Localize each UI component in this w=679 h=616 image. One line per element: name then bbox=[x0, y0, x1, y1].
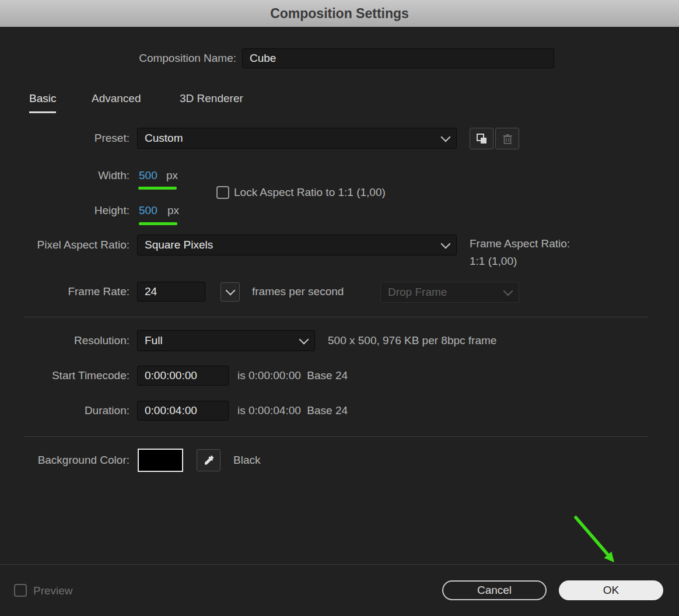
drop-frame-value: Drop Frame bbox=[388, 286, 447, 299]
divider bbox=[24, 317, 648, 317]
drop-frame-dropdown: Drop Frame bbox=[380, 282, 519, 303]
width-label: Width: bbox=[0, 169, 130, 183]
tab-advanced[interactable]: Advanced bbox=[92, 92, 141, 111]
annotation-underline-height bbox=[139, 222, 177, 225]
chevron-down-icon bbox=[441, 132, 451, 142]
dialog-titlebar: Composition Settings bbox=[0, 0, 679, 27]
duration-value: 0:00:04:00 bbox=[145, 404, 197, 417]
width-unit: px bbox=[166, 169, 178, 183]
pixel-aspect-ratio-value: Square Pixels bbox=[145, 239, 213, 251]
duration-info: is 0:00:04:00 Base 24 bbox=[237, 404, 348, 418]
pixel-aspect-ratio-dropdown[interactable]: Square Pixels bbox=[137, 235, 457, 256]
preview-label: Preview bbox=[33, 584, 73, 598]
frame-aspect-ratio-value: 1:1 (1,00) bbox=[470, 254, 517, 268]
frame-rate-label: Frame Rate: bbox=[0, 285, 130, 299]
background-color-swatch[interactable] bbox=[138, 449, 183, 472]
frame-aspect-ratio-label: Frame Aspect Ratio: bbox=[470, 237, 570, 251]
duration-label: Duration: bbox=[0, 404, 130, 418]
preset-label: Preset: bbox=[0, 131, 130, 145]
resolution-dropdown[interactable]: Full bbox=[137, 330, 315, 351]
pixel-aspect-ratio-label: Pixel Aspect Ratio: bbox=[0, 238, 130, 252]
trash-icon bbox=[502, 133, 513, 145]
tab-basic[interactable]: Basic bbox=[29, 92, 56, 113]
background-color-name: Black bbox=[233, 453, 260, 467]
preset-dropdown[interactable]: Custom bbox=[137, 128, 457, 149]
cancel-button[interactable]: Cancel bbox=[442, 580, 547, 600]
frame-rate-input[interactable]: 24 bbox=[137, 282, 205, 302]
footer-divider bbox=[0, 564, 679, 565]
composition-settings-dialog: Composition Settings Composition Name: C… bbox=[0, 0, 679, 616]
chevron-down-icon bbox=[441, 239, 451, 249]
resolution-info: 500 x 500, 976 KB per 8bpc frame bbox=[328, 334, 496, 348]
frame-rate-unit: frames per second bbox=[252, 285, 344, 299]
lock-aspect-checkbox[interactable] bbox=[216, 186, 229, 199]
annotation-underline-width bbox=[138, 187, 177, 190]
save-preset-icon bbox=[476, 133, 488, 145]
annotation-arrow bbox=[554, 499, 636, 572]
tab-3d-renderer[interactable]: 3D Renderer bbox=[180, 92, 243, 111]
eyedropper-icon bbox=[203, 454, 215, 466]
width-value[interactable]: 500 bbox=[139, 169, 158, 183]
delete-preset-button bbox=[495, 128, 519, 149]
height-value[interactable]: 500 bbox=[139, 204, 158, 218]
start-timecode-input[interactable]: 0:00:00:00 bbox=[137, 366, 229, 386]
composition-name-value: Cube bbox=[250, 52, 276, 65]
height-unit: px bbox=[167, 204, 179, 218]
chevron-down-icon bbox=[299, 334, 309, 344]
resolution-value: Full bbox=[145, 334, 163, 347]
lock-aspect-label: Lock Aspect Ratio to 1:1 (1,00) bbox=[234, 186, 386, 200]
composition-name-label: Composition Name: bbox=[0, 51, 236, 65]
chevron-down-icon bbox=[225, 286, 235, 296]
start-timecode-label: Start Timecode: bbox=[0, 369, 130, 383]
chevron-down-icon bbox=[503, 286, 513, 296]
resolution-label: Resolution: bbox=[0, 334, 130, 348]
eyedropper-button[interactable] bbox=[197, 449, 220, 471]
background-color-label: Background Color: bbox=[0, 453, 130, 467]
ok-button[interactable]: OK bbox=[559, 580, 663, 600]
preview-checkbox[interactable] bbox=[14, 584, 27, 597]
preset-value: Custom bbox=[145, 132, 183, 145]
frame-rate-preset-button[interactable] bbox=[220, 282, 240, 302]
start-timecode-value: 0:00:00:00 bbox=[145, 369, 197, 382]
height-label: Height: bbox=[0, 204, 130, 218]
duration-input[interactable]: 0:00:04:00 bbox=[137, 401, 229, 421]
composition-name-input[interactable]: Cube bbox=[242, 48, 554, 68]
frame-rate-value: 24 bbox=[145, 285, 157, 298]
dialog-title: Composition Settings bbox=[270, 6, 409, 22]
start-timecode-info: is 0:00:00:00 Base 24 bbox=[237, 369, 348, 383]
divider bbox=[24, 436, 648, 437]
save-preset-button[interactable] bbox=[470, 128, 494, 149]
